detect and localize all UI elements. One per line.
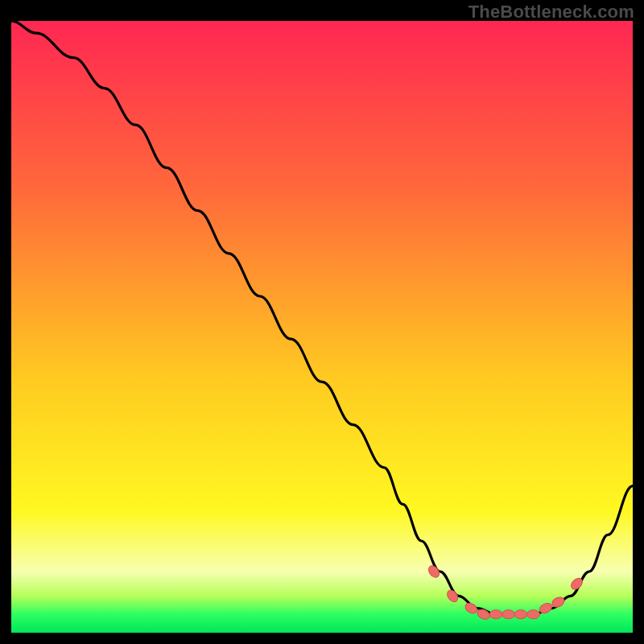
highlight-marker (514, 610, 527, 619)
highlight-marker (502, 610, 515, 619)
highlight-marker (527, 610, 540, 619)
bottleneck-chart (11, 21, 633, 633)
gradient-background (11, 21, 633, 633)
plot-area (11, 21, 633, 633)
highlight-marker (489, 610, 502, 619)
chart-frame: TheBottleneck.com (0, 0, 644, 644)
watermark-text: TheBottleneck.com (469, 2, 634, 23)
